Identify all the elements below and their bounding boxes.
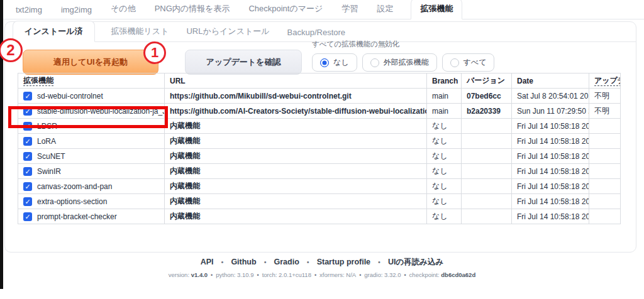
footer-link-reload-ui[interactable]: UIの再読み込み xyxy=(388,258,443,266)
tab-txt2img[interactable]: txt2img xyxy=(14,1,43,19)
extension-version xyxy=(462,164,512,179)
extension-update xyxy=(589,179,621,194)
extension-version: 07bed6cc xyxy=(462,89,512,104)
footer-separator: • xyxy=(314,272,316,278)
extension-checkbox[interactable] xyxy=(23,182,32,191)
extension-url: 内蔵機能 xyxy=(165,164,427,179)
table-header-row: 拡張機能 URL Branch バージョン Date アップデート xyxy=(18,73,621,89)
footer-link-api[interactable]: API xyxy=(201,258,214,266)
extension-branch: なし xyxy=(427,194,462,209)
radio-option-external[interactable]: 外部拡張機能 xyxy=(362,53,437,72)
disable-extensions-options: なし 外部拡張機能 すべて xyxy=(312,53,494,72)
extension-version: b2a20339 xyxy=(462,104,512,119)
extension-branch: なし xyxy=(427,209,462,224)
extension-row: LoRA 内蔵機能 なし Fri Jul 14 10:58:18 2023 xyxy=(18,134,621,149)
extension-version xyxy=(462,134,512,149)
extension-date: Sun Jun 11 07:29:50 2023 xyxy=(512,104,589,119)
radio-option-all[interactable]: すべて xyxy=(442,53,495,72)
extension-url: https://github.com/AI-Creators-Society/s… xyxy=(165,104,427,119)
footer-separator: • xyxy=(359,272,361,278)
footer-link-gradio[interactable]: Gradio xyxy=(274,258,299,266)
extension-branch: なし xyxy=(427,149,462,164)
extension-row: prompt-bracket-checker 内蔵機能 なし Fri Jul 1… xyxy=(18,209,621,224)
footer: API•Github•Gradio•Startup profile•UIの再読み… xyxy=(3,257,641,278)
extension-checkbox[interactable] xyxy=(23,137,32,146)
extension-branch: なし xyxy=(427,134,462,149)
tab-png-info[interactable]: PNG内の情報を表示 xyxy=(153,0,231,19)
extension-name: SwinIR xyxy=(37,167,61,176)
extension-url: 内蔵機能 xyxy=(165,179,427,194)
xformers-label: xformers: xyxy=(319,271,345,278)
extension-name: extra-options-section xyxy=(37,197,107,206)
footer-separator: • xyxy=(378,258,380,266)
footer-separator: • xyxy=(221,258,224,266)
footer-separator: • xyxy=(264,258,267,266)
extension-checkbox[interactable] xyxy=(23,212,32,221)
extension-name: LDSR xyxy=(37,122,57,131)
apply-restart-ui-button[interactable]: 適用してUIを再起動 xyxy=(23,50,158,75)
tab-checkpoint-merger[interactable]: Checkpointのマージ xyxy=(247,0,324,19)
extension-name: sd-webui-controlnet xyxy=(37,92,103,101)
disable-extensions-label: すべての拡張機能の無効化 xyxy=(312,40,494,49)
footer-link-startup-profile[interactable]: Startup profile xyxy=(317,258,370,266)
extension-row: LDSR 内蔵機能 なし Fri Jul 14 10:58:18 2023 xyxy=(18,119,621,134)
extension-row: SwinIR 内蔵機能 なし Fri Jul 14 10:58:18 2023 xyxy=(18,164,621,179)
annotation-badge-1: 1 xyxy=(143,41,166,64)
extension-checkbox[interactable] xyxy=(23,107,32,116)
extension-checkbox[interactable] xyxy=(23,167,32,176)
tab-extras[interactable]: その他 xyxy=(109,0,137,19)
tab-extensions[interactable]: 拡張機能 xyxy=(411,0,462,19)
extension-branch: main xyxy=(427,89,462,104)
extension-branch: なし xyxy=(427,164,462,179)
tab-settings[interactable]: 設定 xyxy=(375,0,394,19)
webui-extensions-page: txt2img img2img その他 PNG内の情報を表示 Checkpoin… xyxy=(0,0,644,299)
gradio-label: gradio: xyxy=(364,271,382,278)
checkpoint-value: db6cd0a62d xyxy=(441,271,475,278)
extensions-controls: 適用してUIを再起動 アップデートを確認 すべての拡張機能の無効化 なし 外部拡… xyxy=(23,50,494,75)
extension-version xyxy=(462,149,512,164)
extension-branch: main xyxy=(427,104,462,119)
header-update[interactable]: アップデート xyxy=(589,73,621,89)
extension-version xyxy=(462,194,512,209)
radio-option-label: 外部拡張機能 xyxy=(384,57,429,68)
xformers-value: N/A xyxy=(346,271,356,278)
extension-name: prompt-bracket-checker xyxy=(37,212,117,221)
main-tab-bar: txt2img img2img その他 PNG内の情報を表示 Checkpoin… xyxy=(3,0,644,19)
extension-name: ScuNET xyxy=(37,152,65,161)
extension-update xyxy=(589,119,621,134)
extension-row: canvas-zoom-and-pan 内蔵機能 なし Fri Jul 14 1… xyxy=(18,179,621,194)
extension-version xyxy=(462,179,512,194)
extension-date: Fri Jul 14 10:58:18 2023 xyxy=(512,119,589,134)
extension-url: 内蔵機能 xyxy=(165,194,427,209)
footer-link-github[interactable]: Github xyxy=(231,258,256,266)
extension-url: 内蔵機能 xyxy=(165,149,427,164)
extension-row: ScuNET 内蔵機能 なし Fri Jul 14 10:58:18 2023 xyxy=(18,149,621,164)
version-label: version: xyxy=(169,271,189,278)
subtab-available[interactable]: 拡張機能リスト xyxy=(110,21,170,41)
extension-version xyxy=(462,119,512,134)
extension-branch: なし xyxy=(427,119,462,134)
extension-name: stable-diffusion-webui-localization-ja_J… xyxy=(37,107,165,116)
subtab-installed[interactable]: インストール済 xyxy=(13,21,95,42)
version-value: v1.4.0 xyxy=(191,271,208,278)
radio-option-label: すべて xyxy=(464,57,487,68)
header-extension-label: 拡張機能 xyxy=(23,76,53,86)
radio-unselected-icon xyxy=(370,58,379,67)
header-date: Date xyxy=(512,73,589,89)
extension-date: Fri Jul 14 10:58:18 2023 xyxy=(512,179,589,194)
subtab-backup-restore[interactable]: Backup/Restore xyxy=(286,23,347,41)
radio-option-none[interactable]: なし xyxy=(312,53,357,72)
tab-img2img[interactable]: img2img xyxy=(60,1,93,19)
extension-checkbox[interactable] xyxy=(23,197,32,206)
extension-checkbox[interactable] xyxy=(23,122,32,131)
extension-checkbox[interactable] xyxy=(23,92,32,101)
check-updates-button[interactable]: アップデートを確認 xyxy=(185,50,302,75)
tab-train[interactable]: 学習 xyxy=(340,0,359,19)
radio-unselected-icon xyxy=(450,58,459,67)
header-extension[interactable]: 拡張機能 xyxy=(18,73,165,89)
radio-option-label: なし xyxy=(333,57,349,68)
subtab-install-from-url[interactable]: URLからインストール xyxy=(185,21,270,41)
extension-name: canvas-zoom-and-pan xyxy=(37,182,112,191)
extension-checkbox[interactable] xyxy=(23,152,32,161)
extension-row: extra-options-section 内蔵機能 なし Fri Jul 14… xyxy=(18,194,621,209)
